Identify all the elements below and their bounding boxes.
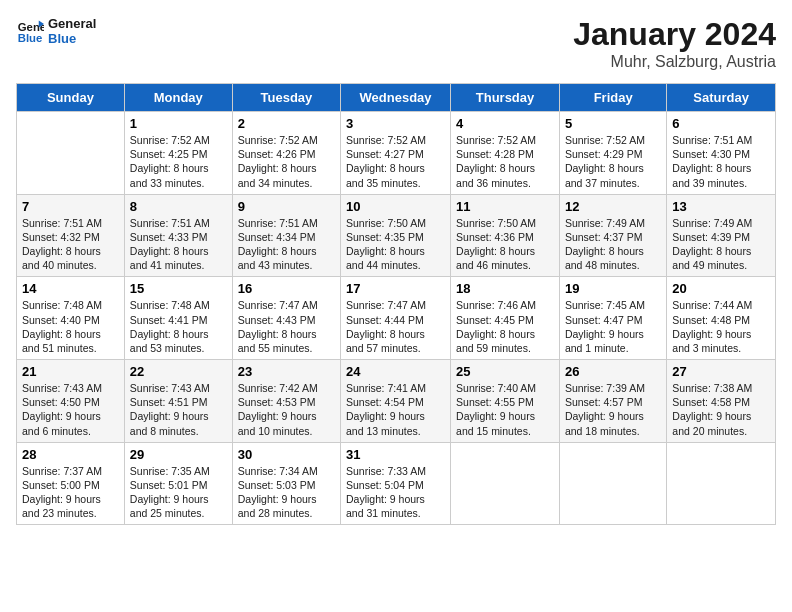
day-info: Sunrise: 7:48 AMSunset: 4:41 PMDaylight:…: [130, 298, 227, 355]
calendar-header: Sunday Monday Tuesday Wednesday Thursday…: [17, 84, 776, 112]
day-info: Sunrise: 7:48 AMSunset: 4:40 PMDaylight:…: [22, 298, 119, 355]
calendar-cell: 20Sunrise: 7:44 AMSunset: 4:48 PMDayligh…: [667, 277, 776, 360]
day-number: 23: [238, 364, 335, 379]
calendar-week-row: 7Sunrise: 7:51 AMSunset: 4:32 PMDaylight…: [17, 194, 776, 277]
day-info: Sunrise: 7:52 AMSunset: 4:28 PMDaylight:…: [456, 133, 554, 190]
day-info: Sunrise: 7:52 AMSunset: 4:29 PMDaylight:…: [565, 133, 661, 190]
calendar-cell: 14Sunrise: 7:48 AMSunset: 4:40 PMDayligh…: [17, 277, 125, 360]
day-number: 12: [565, 199, 661, 214]
day-number: 18: [456, 281, 554, 296]
day-number: 15: [130, 281, 227, 296]
calendar-cell: 25Sunrise: 7:40 AMSunset: 4:55 PMDayligh…: [451, 360, 560, 443]
calendar-cell: 3Sunrise: 7:52 AMSunset: 4:27 PMDaylight…: [341, 112, 451, 195]
day-number: 17: [346, 281, 445, 296]
day-number: 28: [22, 447, 119, 462]
day-info: Sunrise: 7:44 AMSunset: 4:48 PMDaylight:…: [672, 298, 770, 355]
day-info: Sunrise: 7:40 AMSunset: 4:55 PMDaylight:…: [456, 381, 554, 438]
day-info: Sunrise: 7:46 AMSunset: 4:45 PMDaylight:…: [456, 298, 554, 355]
header-sunday: Sunday: [17, 84, 125, 112]
day-number: 9: [238, 199, 335, 214]
day-number: 31: [346, 447, 445, 462]
calendar-cell: [17, 112, 125, 195]
header: General Blue General Blue January 2024 M…: [16, 16, 776, 71]
day-info: Sunrise: 7:42 AMSunset: 4:53 PMDaylight:…: [238, 381, 335, 438]
svg-text:Blue: Blue: [18, 32, 43, 44]
calendar-cell: 11Sunrise: 7:50 AMSunset: 4:36 PMDayligh…: [451, 194, 560, 277]
day-number: 21: [22, 364, 119, 379]
day-info: Sunrise: 7:52 AMSunset: 4:27 PMDaylight:…: [346, 133, 445, 190]
calendar-cell: 4Sunrise: 7:52 AMSunset: 4:28 PMDaylight…: [451, 112, 560, 195]
day-number: 2: [238, 116, 335, 131]
day-info: Sunrise: 7:50 AMSunset: 4:36 PMDaylight:…: [456, 216, 554, 273]
calendar-week-row: 1Sunrise: 7:52 AMSunset: 4:25 PMDaylight…: [17, 112, 776, 195]
calendar-cell: 24Sunrise: 7:41 AMSunset: 4:54 PMDayligh…: [341, 360, 451, 443]
calendar-cell: 27Sunrise: 7:38 AMSunset: 4:58 PMDayligh…: [667, 360, 776, 443]
day-info: Sunrise: 7:50 AMSunset: 4:35 PMDaylight:…: [346, 216, 445, 273]
header-friday: Friday: [559, 84, 666, 112]
calendar-cell: 17Sunrise: 7:47 AMSunset: 4:44 PMDayligh…: [341, 277, 451, 360]
header-thursday: Thursday: [451, 84, 560, 112]
day-info: Sunrise: 7:41 AMSunset: 4:54 PMDaylight:…: [346, 381, 445, 438]
calendar-cell: 26Sunrise: 7:39 AMSunset: 4:57 PMDayligh…: [559, 360, 666, 443]
calendar-week-row: 14Sunrise: 7:48 AMSunset: 4:40 PMDayligh…: [17, 277, 776, 360]
day-info: Sunrise: 7:47 AMSunset: 4:43 PMDaylight:…: [238, 298, 335, 355]
day-number: 25: [456, 364, 554, 379]
calendar-cell: 10Sunrise: 7:50 AMSunset: 4:35 PMDayligh…: [341, 194, 451, 277]
day-number: 14: [22, 281, 119, 296]
day-number: 1: [130, 116, 227, 131]
day-number: 5: [565, 116, 661, 131]
logo-icon: General Blue: [16, 17, 44, 45]
day-info: Sunrise: 7:51 AMSunset: 4:32 PMDaylight:…: [22, 216, 119, 273]
calendar-cell: 5Sunrise: 7:52 AMSunset: 4:29 PMDaylight…: [559, 112, 666, 195]
header-wednesday: Wednesday: [341, 84, 451, 112]
day-info: Sunrise: 7:35 AMSunset: 5:01 PMDaylight:…: [130, 464, 227, 521]
day-number: 26: [565, 364, 661, 379]
calendar-cell: 23Sunrise: 7:42 AMSunset: 4:53 PMDayligh…: [232, 360, 340, 443]
day-number: 30: [238, 447, 335, 462]
day-info: Sunrise: 7:37 AMSunset: 5:00 PMDaylight:…: [22, 464, 119, 521]
calendar-cell: 22Sunrise: 7:43 AMSunset: 4:51 PMDayligh…: [124, 360, 232, 443]
calendar-title: January 2024: [573, 16, 776, 53]
calendar-body: 1Sunrise: 7:52 AMSunset: 4:25 PMDaylight…: [17, 112, 776, 525]
day-info: Sunrise: 7:38 AMSunset: 4:58 PMDaylight:…: [672, 381, 770, 438]
calendar-cell: 30Sunrise: 7:34 AMSunset: 5:03 PMDayligh…: [232, 442, 340, 525]
day-number: 11: [456, 199, 554, 214]
day-info: Sunrise: 7:43 AMSunset: 4:50 PMDaylight:…: [22, 381, 119, 438]
day-number: 6: [672, 116, 770, 131]
day-info: Sunrise: 7:47 AMSunset: 4:44 PMDaylight:…: [346, 298, 445, 355]
calendar-cell: 18Sunrise: 7:46 AMSunset: 4:45 PMDayligh…: [451, 277, 560, 360]
day-info: Sunrise: 7:52 AMSunset: 4:25 PMDaylight:…: [130, 133, 227, 190]
header-row: Sunday Monday Tuesday Wednesday Thursday…: [17, 84, 776, 112]
header-monday: Monday: [124, 84, 232, 112]
calendar-subtitle: Muhr, Salzburg, Austria: [573, 53, 776, 71]
calendar-cell: 28Sunrise: 7:37 AMSunset: 5:00 PMDayligh…: [17, 442, 125, 525]
logo: General Blue General Blue: [16, 16, 96, 46]
day-number: 29: [130, 447, 227, 462]
calendar-cell: 6Sunrise: 7:51 AMSunset: 4:30 PMDaylight…: [667, 112, 776, 195]
calendar-cell: 16Sunrise: 7:47 AMSunset: 4:43 PMDayligh…: [232, 277, 340, 360]
calendar-cell: [559, 442, 666, 525]
calendar-cell: 12Sunrise: 7:49 AMSunset: 4:37 PMDayligh…: [559, 194, 666, 277]
calendar-cell: 13Sunrise: 7:49 AMSunset: 4:39 PMDayligh…: [667, 194, 776, 277]
day-info: Sunrise: 7:52 AMSunset: 4:26 PMDaylight:…: [238, 133, 335, 190]
day-info: Sunrise: 7:33 AMSunset: 5:04 PMDaylight:…: [346, 464, 445, 521]
day-number: 13: [672, 199, 770, 214]
day-info: Sunrise: 7:45 AMSunset: 4:47 PMDaylight:…: [565, 298, 661, 355]
day-number: 24: [346, 364, 445, 379]
day-info: Sunrise: 7:51 AMSunset: 4:33 PMDaylight:…: [130, 216, 227, 273]
day-number: 10: [346, 199, 445, 214]
calendar-cell: 21Sunrise: 7:43 AMSunset: 4:50 PMDayligh…: [17, 360, 125, 443]
day-number: 7: [22, 199, 119, 214]
calendar-cell: 2Sunrise: 7:52 AMSunset: 4:26 PMDaylight…: [232, 112, 340, 195]
day-info: Sunrise: 7:51 AMSunset: 4:30 PMDaylight:…: [672, 133, 770, 190]
day-number: 19: [565, 281, 661, 296]
day-info: Sunrise: 7:51 AMSunset: 4:34 PMDaylight:…: [238, 216, 335, 273]
header-tuesday: Tuesday: [232, 84, 340, 112]
calendar-table: Sunday Monday Tuesday Wednesday Thursday…: [16, 83, 776, 525]
day-info: Sunrise: 7:49 AMSunset: 4:39 PMDaylight:…: [672, 216, 770, 273]
day-number: 4: [456, 116, 554, 131]
day-number: 3: [346, 116, 445, 131]
calendar-cell: 29Sunrise: 7:35 AMSunset: 5:01 PMDayligh…: [124, 442, 232, 525]
calendar-cell: 9Sunrise: 7:51 AMSunset: 4:34 PMDaylight…: [232, 194, 340, 277]
calendar-cell: 15Sunrise: 7:48 AMSunset: 4:41 PMDayligh…: [124, 277, 232, 360]
